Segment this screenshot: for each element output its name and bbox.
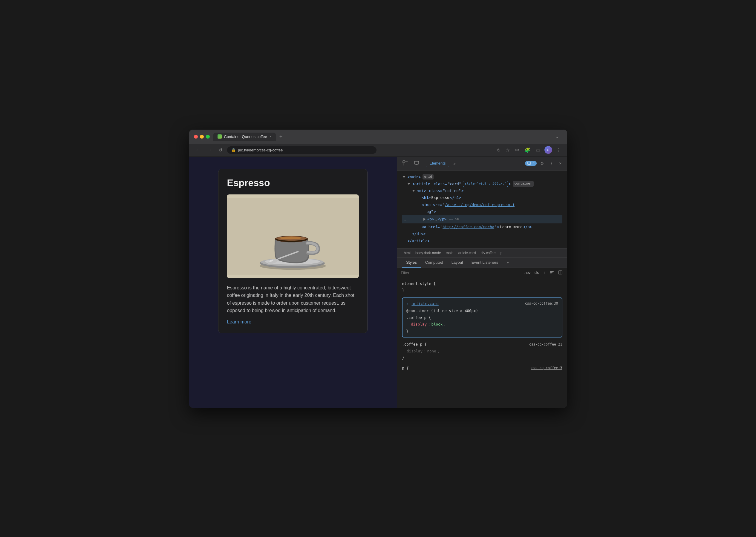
svg-rect-18: [550, 272, 553, 273]
tab-bar: Container Queries coffee × +: [213, 133, 548, 141]
url-text: jec.fyi/demo/css-cq-coffee: [238, 148, 283, 152]
browser-window: Container Queries coffee × + ⌄ ← → ↺ 🔒 j…: [189, 130, 567, 408]
breadcrumb-article[interactable]: article.card: [457, 250, 478, 256]
forward-button[interactable]: →: [205, 146, 214, 154]
svg-rect-12: [403, 161, 405, 163]
container-rule-source[interactable]: css-cq-coffee:30: [525, 301, 558, 307]
inspect-element-button[interactable]: [401, 159, 410, 168]
expand-div-icon[interactable]: [412, 190, 415, 192]
p-rule-source[interactable]: css-cq-coffee:3: [531, 365, 562, 371]
expand-p-icon[interactable]: [423, 218, 425, 221]
extension-icon[interactable]: ✂: [514, 146, 520, 154]
more-styles-tabs[interactable]: »: [502, 258, 513, 268]
breadcrumb-body[interactable]: body.dark-mode: [414, 250, 443, 256]
element-style-selector: element.style {: [402, 281, 436, 286]
coffee-image: [227, 194, 359, 278]
style-attribute-badge[interactable]: style="width: 500px;": [463, 181, 508, 187]
svg-point-8: [280, 236, 302, 239]
more-options-button[interactable]: ⋮: [548, 160, 556, 167]
add-style-button[interactable]: +: [542, 270, 547, 276]
container-arrow-icon: →: [406, 302, 408, 306]
back-button[interactable]: ←: [194, 146, 202, 154]
hov-pseudo-button[interactable]: :hov: [524, 270, 531, 275]
svg-rect-19: [550, 273, 552, 274]
maximize-traffic-light[interactable]: [206, 135, 210, 139]
device-toggle-button[interactable]: [412, 159, 421, 168]
container-query-rule: → article.card css-cq-coffee:30 @contain…: [402, 298, 562, 338]
coffee-p-rule: .coffee p { css-cq-coffee:21 display : n…: [402, 341, 562, 361]
coffee-p-selector: .coffee p {: [402, 341, 427, 348]
breadcrumb-main[interactable]: main: [444, 250, 455, 256]
more-menu-icon[interactable]: ⋮: [555, 146, 562, 154]
breadcrumb-p[interactable]: p: [499, 250, 505, 256]
dom-line-div-close[interactable]: </div>: [402, 230, 562, 237]
expand-main-icon[interactable]: [403, 176, 406, 178]
styles-content: element.style { } → article.card: [397, 278, 567, 408]
bookmark-icon[interactable]: ☆: [505, 146, 511, 154]
breadcrumb-html[interactable]: html: [402, 250, 412, 256]
dom-line-img[interactable]: <img src= "/assets/img/demo/cof-espresso…: [402, 201, 562, 208]
tab-close-button[interactable]: ×: [270, 134, 272, 139]
styles-filter-bar: :hov .cls +: [397, 268, 567, 278]
devtools-tabs: Elements »: [426, 160, 523, 167]
tab-more-button[interactable]: ⌄: [552, 134, 562, 139]
url-bar[interactable]: 🔒 jec.fyi/demo/css-cq-coffee: [227, 146, 377, 154]
title-bar: Container Queries coffee × + ⌄: [189, 130, 567, 144]
styles-panel: Styles Computed Layout Event Listeners »…: [397, 258, 567, 408]
active-tab[interactable]: Container Queries coffee ×: [213, 133, 276, 141]
elements-tab[interactable]: Elements: [426, 160, 449, 167]
dom-line-main[interactable]: <main> grid: [402, 174, 562, 181]
svg-rect-16: [416, 165, 418, 165]
svg-rect-17: [550, 271, 554, 272]
share-icon[interactable]: ⎋: [496, 146, 502, 154]
article-card-selector[interactable]: article.card: [412, 301, 438, 306]
profile-frame-icon[interactable]: ▭: [535, 146, 542, 154]
expand-article-icon[interactable]: [407, 183, 410, 185]
devtools-panel: Elements » 1 ⚙ ⋮ ×: [397, 157, 567, 408]
container-badge: container: [513, 181, 534, 187]
svg-rect-20: [558, 270, 562, 274]
address-bar: ← → ↺ 🔒 jec.fyi/demo/css-cq-coffee ⎋ ☆ ✂…: [189, 144, 567, 157]
dom-line-a[interactable]: <a href= "http://coffee.com/mocha" > Lea…: [402, 224, 562, 230]
coffee-p-display-prop: display : none ;: [402, 348, 562, 355]
coffee-description: Espresso is the name of a highly concent…: [227, 284, 359, 314]
dollar-zero: $0: [455, 217, 459, 222]
traffic-lights: [194, 135, 210, 139]
chat-badge: 1: [525, 161, 537, 166]
event-listeners-tab[interactable]: Event Listeners: [467, 258, 503, 268]
devtools-more-tabs[interactable]: »: [450, 160, 459, 167]
new-tab-button[interactable]: +: [277, 134, 285, 140]
grid-badge: grid: [422, 174, 433, 180]
dom-tree: <main> grid <article class="card" style=…: [397, 171, 567, 248]
dom-line-p-selected[interactable]: … <p> … </p> == $0: [402, 215, 562, 224]
close-traffic-light[interactable]: [194, 135, 198, 139]
dom-line-article-partial[interactable]: </article>: [402, 237, 562, 244]
puzzle-icon[interactable]: 🧩: [523, 146, 532, 154]
coffee-card-title: Espresso: [227, 178, 359, 188]
learn-more-link[interactable]: Learn more: [227, 319, 251, 324]
dom-line-h1[interactable]: <h1> Espresso </h1>: [402, 194, 562, 201]
coffee-p-source[interactable]: css-cq-coffee:21: [529, 341, 562, 348]
breadcrumb-div-coffee[interactable]: div.coffee: [479, 250, 497, 256]
new-rule-button[interactable]: [549, 270, 555, 276]
settings-button[interactable]: ⚙: [538, 160, 546, 167]
webpage-preview: Espresso: [189, 157, 397, 408]
dom-line-article[interactable]: <article class="card" style="width: 500p…: [402, 181, 562, 187]
browser-content: Espresso: [189, 157, 567, 408]
profile-avatar[interactable]: U: [545, 146, 552, 154]
coffee-card: Espresso: [218, 169, 368, 333]
dom-line-div-coffee[interactable]: <div class="coffee" >: [402, 187, 562, 194]
toggle-sidebar-button[interactable]: [557, 270, 563, 276]
close-devtools-button[interactable]: ×: [557, 160, 563, 167]
computed-tab[interactable]: Computed: [421, 258, 447, 268]
layout-tab[interactable]: Layout: [447, 258, 467, 268]
lock-icon: 🔒: [231, 148, 236, 152]
styles-tab[interactable]: Styles: [402, 258, 421, 268]
minimize-traffic-light[interactable]: [200, 135, 204, 139]
ellipsis-button[interactable]: …: [402, 215, 408, 223]
tab-title: Container Queries coffee: [224, 134, 267, 139]
filter-input[interactable]: [401, 270, 520, 275]
cls-button[interactable]: .cls: [533, 270, 539, 275]
reload-button[interactable]: ↺: [217, 146, 224, 154]
styles-sub-tabs: Styles Computed Layout Event Listeners »: [397, 258, 567, 268]
